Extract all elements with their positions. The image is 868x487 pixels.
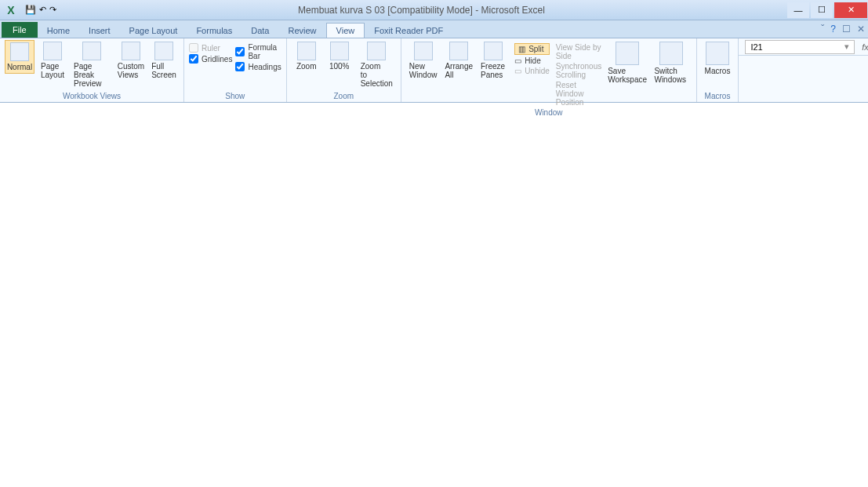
btn-reset-pos: Reset Window Position xyxy=(556,81,604,107)
tab-view[interactable]: View xyxy=(326,23,365,38)
group-show: Show xyxy=(189,90,281,102)
btn-macros[interactable]: Macros xyxy=(702,40,734,77)
minimize-ribbon-icon[interactable]: ˇ xyxy=(821,24,824,35)
minimize-button[interactable]: — xyxy=(787,2,809,18)
tab-page-layout[interactable]: Page Layout xyxy=(120,24,187,38)
window-restore-icon[interactable]: ☐ xyxy=(842,24,851,35)
name-box[interactable]: I21▾ xyxy=(745,40,855,54)
btn-save-workspace[interactable]: Save Workspace xyxy=(607,40,648,85)
tab-review[interactable]: Review xyxy=(278,24,325,38)
excel-logo-icon: X xyxy=(0,4,22,16)
btn-zoom[interactable]: Zoom xyxy=(292,40,321,72)
window-title: Membuat kurva S 03 [Compatibility Mode] … xyxy=(56,5,786,16)
chk-headings[interactable]: Headings xyxy=(235,62,281,71)
tab-file[interactable]: File xyxy=(2,22,38,38)
btn-full-screen[interactable]: FullScreen xyxy=(149,40,179,81)
btn-hide[interactable]: ▭ Hide xyxy=(514,56,550,65)
btn-freeze-panes[interactable]: FreezePanes xyxy=(478,40,508,81)
btn-page-layout[interactable]: PageLayout xyxy=(38,40,67,81)
group-window: Window xyxy=(406,107,692,118)
btn-page-break-preview[interactable]: PageBreak Preview xyxy=(71,40,113,89)
btn-zoom-to-selection[interactable]: Zoomto Selection xyxy=(358,40,396,89)
tab-home[interactable]: Home xyxy=(38,24,79,38)
close-button[interactable]: ✕ xyxy=(834,2,867,18)
maximize-button[interactable]: ☐ xyxy=(811,2,833,18)
btn-sync-scroll: Synchronous Scrolling xyxy=(556,62,604,79)
qat-undo-icon[interactable]: ↶ xyxy=(39,5,46,15)
btn-unhide: ▭ Unhide xyxy=(514,67,550,75)
tab-insert[interactable]: Insert xyxy=(79,24,120,38)
qat-save-icon[interactable]: 💾 xyxy=(25,5,36,15)
group-macros: Macros xyxy=(702,90,734,102)
btn-normal[interactable]: Normal xyxy=(5,40,35,74)
chk-ruler: Ruler xyxy=(189,43,232,53)
tab-foxit-reader-pdf[interactable]: Foxit Reader PDF xyxy=(365,24,452,38)
fx-icon[interactable]: fx xyxy=(858,42,868,52)
chk-gridlines[interactable]: Gridlines xyxy=(189,54,232,64)
btn-100-[interactable]: 100% xyxy=(325,40,354,72)
chk-formula-bar[interactable]: Formula Bar xyxy=(235,43,281,60)
tab-formulas[interactable]: Formulas xyxy=(187,24,242,38)
window-close-inner-icon[interactable]: ✕ xyxy=(857,24,865,35)
btn-split[interactable]: ▥ Split xyxy=(514,43,550,55)
btn-side-by-side: View Side by Side xyxy=(556,43,604,60)
qat-redo-icon[interactable]: ↷ xyxy=(49,5,56,15)
group-zoom: Zoom xyxy=(292,90,396,102)
btn-custom-views[interactable]: CustomViews xyxy=(116,40,146,81)
btn-switch-windows[interactable]: Switch Windows xyxy=(651,40,691,85)
tab-data[interactable]: Data xyxy=(242,24,278,38)
btn-arrange-all[interactable]: ArrangeAll xyxy=(441,40,476,81)
help-icon[interactable]: ? xyxy=(830,24,836,35)
ribbon-tabs: FileHomeInsertPage LayoutFormulasDataRev… xyxy=(0,20,868,38)
group-workbook-views: Workbook Views xyxy=(5,90,179,102)
btn-new-window[interactable]: NewWindow xyxy=(406,40,441,81)
